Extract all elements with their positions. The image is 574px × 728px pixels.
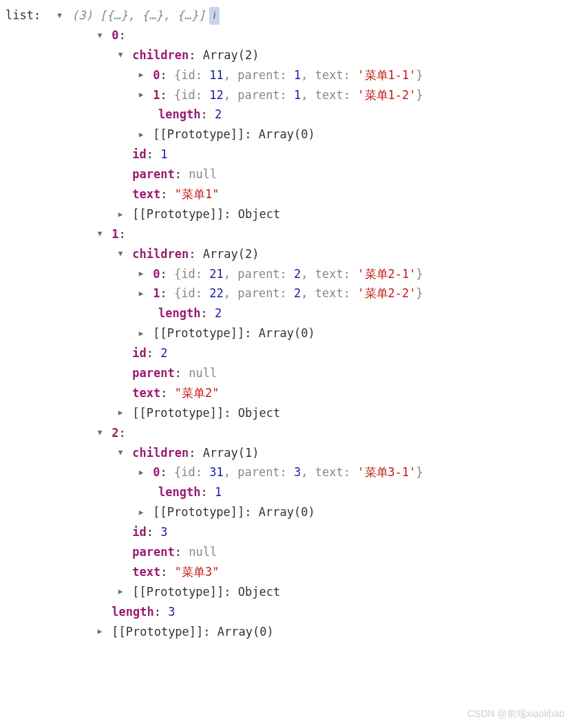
text-row: text: "菜单2"	[6, 383, 568, 403]
expand-icon[interactable]	[136, 288, 146, 301]
prototype-row[interactable]: [[Prototype]]: Object	[6, 403, 568, 423]
expand-icon[interactable]	[136, 328, 146, 341]
children-row[interactable]: children: Array(2)	[6, 244, 568, 264]
id-row: id: 2	[6, 343, 568, 363]
prototype-row[interactable]: [[Prototype]]: Object	[6, 204, 568, 224]
children-row[interactable]: children: Array(1)	[6, 443, 568, 463]
child-object-row[interactable]: 0: {id: 31, parent: 3, text: '菜单3-1'}	[6, 462, 568, 482]
expand-icon[interactable]	[95, 30, 105, 43]
prototype-row[interactable]: [[Prototype]]: Array(0)	[6, 502, 568, 522]
id-row: id: 3	[6, 522, 568, 542]
parent-row: parent: null	[6, 363, 568, 383]
text-row: text: "菜单3"	[6, 562, 568, 582]
text-row: text: "菜单1"	[6, 184, 568, 204]
root-row[interactable]: list: (3) [{…}, {…}, {…}]i	[6, 6, 568, 25]
length-row: length: 2	[6, 105, 568, 125]
length-row: length: 3	[6, 602, 568, 622]
array-index-row[interactable]: 0:	[6, 25, 568, 45]
length-row: length: 1	[6, 482, 568, 502]
child-object-row[interactable]: 1: {id: 22, parent: 2, text: '菜单2-2'}	[6, 283, 568, 303]
children-row[interactable]: children: Array(2)	[6, 45, 568, 65]
expand-icon[interactable]	[95, 427, 105, 440]
expand-icon[interactable]	[136, 69, 146, 82]
array-index-row[interactable]: 2:	[6, 423, 568, 443]
expand-icon[interactable]	[116, 248, 125, 261]
prototype-row[interactable]: [[Prototype]]: Object	[6, 582, 568, 602]
expand-icon[interactable]	[116, 49, 125, 62]
prototype-row[interactable]: [[Prototype]]: Array(0)	[6, 622, 568, 642]
expand-icon[interactable]	[136, 467, 146, 480]
prototype-row[interactable]: [[Prototype]]: Array(0)	[6, 125, 568, 144]
expand-icon[interactable]	[116, 407, 125, 420]
parent-row: parent: null	[6, 164, 568, 184]
array-index-row[interactable]: 1:	[6, 224, 568, 244]
expand-icon[interactable]	[95, 228, 105, 241]
info-icon[interactable]: i	[209, 7, 219, 25]
expand-icon[interactable]	[116, 586, 125, 599]
expand-icon[interactable]	[116, 447, 125, 460]
expand-icon[interactable]	[136, 506, 146, 520]
expand-icon[interactable]	[116, 208, 125, 222]
child-object-row[interactable]: 1: {id: 12, parent: 1, text: '菜单1-2'}	[6, 85, 568, 105]
length-row: length: 2	[6, 303, 568, 323]
expand-icon[interactable]	[136, 89, 146, 102]
id-row: id: 1	[6, 144, 568, 164]
expand-icon[interactable]	[136, 129, 146, 142]
prototype-row[interactable]: [[Prototype]]: Array(0)	[6, 323, 568, 343]
child-object-row[interactable]: 0: {id: 11, parent: 1, text: '菜单1-1'}	[6, 65, 568, 85]
child-object-row[interactable]: 0: {id: 21, parent: 2, text: '菜单2-1'}	[6, 264, 568, 284]
expand-icon[interactable]	[136, 268, 146, 281]
parent-row: parent: null	[6, 542, 568, 562]
expand-icon[interactable]	[95, 625, 105, 639]
expand-icon[interactable]	[55, 10, 65, 23]
